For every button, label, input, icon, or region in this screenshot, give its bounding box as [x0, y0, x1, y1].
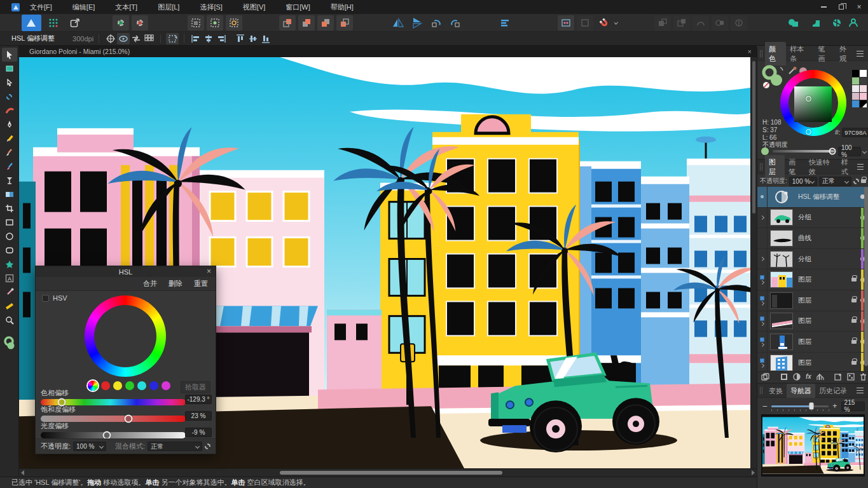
live-filter-icon[interactable]	[816, 373, 824, 381]
fill-tool[interactable]	[2, 173, 17, 187]
menu-view[interactable]: 视图[V]	[233, 0, 275, 14]
pen-tool[interactable]	[2, 118, 17, 132]
menu-layer[interactable]: 图层[L]	[148, 0, 189, 14]
close-button[interactable]: ×	[850, 0, 868, 14]
tab-transform[interactable]: 变换	[765, 384, 787, 398]
color-picker-tool[interactable]	[2, 285, 17, 299]
panel-grip-icon[interactable]	[760, 387, 762, 394]
layer-row[interactable]: 图层	[757, 353, 868, 374]
hsl-blend-dropdown[interactable]: 正常	[148, 442, 202, 451]
cycle-selection-icon[interactable]	[130, 33, 142, 44]
fill-stroke-selector[interactable]	[761, 64, 787, 92]
expand-chevron-icon[interactable]	[760, 363, 764, 368]
rotate-cw-icon[interactable]	[447, 15, 464, 30]
tab-navigator[interactable]: 导航器	[787, 384, 815, 398]
swatch[interactable]	[852, 70, 859, 77]
align-bottom-icon[interactable]	[259, 33, 272, 44]
scroll-right-icon[interactable]	[752, 470, 755, 475]
adjustment-layer-icon[interactable]	[793, 373, 801, 381]
layers-opacity-dropdown[interactable]: 100 %	[789, 177, 817, 186]
rotate-selection-icon[interactable]	[166, 33, 179, 44]
shape-tool[interactable]	[2, 257, 17, 271]
zoom-in-button[interactable]: +	[831, 402, 839, 410]
corner-tool[interactable]	[2, 90, 17, 104]
expand-chevron-icon[interactable]	[760, 257, 764, 261]
menu-text[interactable]: 文本[T]	[105, 0, 148, 14]
boolean-add-icon[interactable]	[785, 15, 802, 30]
new-pixel-layer-icon[interactable]	[847, 373, 855, 381]
panel-menu-icon[interactable]	[857, 390, 864, 391]
layer-lock-icon[interactable]	[851, 299, 857, 302]
align-right-icon[interactable]	[215, 33, 228, 44]
color-opacity-slider[interactable]	[773, 150, 834, 152]
layers-gear-icon[interactable]	[853, 179, 859, 184]
zoom-tool[interactable]	[2, 313, 17, 327]
mask-layer-icon[interactable]	[780, 373, 788, 381]
tab-styles[interactable]: 样式	[837, 155, 858, 179]
align-top-icon[interactable]	[234, 33, 247, 44]
transparency-tool[interactable]	[2, 187, 17, 201]
rectangle-tool[interactable]	[2, 215, 17, 229]
layer-row[interactable]: 图层	[757, 290, 868, 311]
arrange-back-icon[interactable]	[336, 15, 353, 30]
zoom-value[interactable]: 215 %	[841, 402, 865, 411]
square-marker[interactable]	[806, 96, 811, 102]
transform-origin-icon[interactable]	[104, 33, 117, 44]
luminosity-shift-value[interactable]: -9 %	[185, 428, 212, 437]
magnet-snapping-icon[interactable]	[596, 15, 612, 30]
layer-lock-icon[interactable]	[851, 319, 857, 323]
move-tool[interactable]	[2, 48, 17, 62]
swatch[interactable]	[860, 70, 867, 77]
color-opacity-handle[interactable]	[829, 148, 836, 155]
swatch[interactable]	[852, 78, 859, 85]
artboard-tool[interactable]	[2, 62, 17, 76]
edit-all-layers-icon[interactable]	[761, 373, 770, 381]
vector-brush-tool[interactable]	[2, 159, 17, 173]
layer-lock-icon[interactable]	[851, 340, 857, 344]
hsl-gear-icon[interactable]	[205, 444, 210, 449]
hex-input[interactable]: 97C98A	[842, 128, 868, 137]
color-opacity-chevron-icon[interactable]	[862, 149, 867, 153]
layer-row[interactable]: 图层	[757, 311, 868, 332]
flip-vertical-icon[interactable]	[409, 15, 425, 30]
hsv-checkbox[interactable]	[42, 295, 49, 302]
hsl-dialog-titlebar[interactable]: HSL ×	[36, 266, 216, 277]
horizontal-scroll-thumb[interactable]	[280, 471, 502, 475]
layer-row[interactable]: HSL 偏移调整	[757, 187, 868, 208]
contour-tool[interactable]	[2, 104, 17, 118]
arrange-backward-icon[interactable]	[317, 15, 334, 30]
scroll-left-icon[interactable]	[21, 470, 24, 475]
saturation-shift-value[interactable]: 23 %	[185, 411, 212, 421]
swatch[interactable]	[860, 100, 867, 107]
hue-ring-marker[interactable]	[806, 129, 811, 135]
delete-layer-icon[interactable]	[860, 373, 867, 381]
menu-edit[interactable]: 编辑[E]	[62, 0, 105, 14]
document-tab[interactable]: Giordano Poloni - Miami (215.0%)	[29, 48, 130, 55]
tab-brushes[interactable]: 画笔	[785, 155, 805, 179]
expand-chevron-icon[interactable]	[760, 215, 764, 220]
panel-grip-icon[interactable]	[760, 163, 762, 170]
align-center-icon[interactable]	[202, 33, 215, 44]
hsl-merge-button[interactable]: 合并	[143, 279, 157, 288]
paint-brush-tool[interactable]	[2, 146, 17, 159]
text-tool[interactable]: A	[2, 271, 17, 285]
hsl-reset-button[interactable]: 重置	[194, 279, 208, 288]
boolean-subtract-icon[interactable]	[807, 15, 823, 30]
ellipse-tool[interactable]	[2, 229, 17, 243]
expand-chevron-icon[interactable]	[760, 322, 764, 326]
expand-chevron-icon[interactable]	[760, 301, 764, 306]
export-persona-icon[interactable]	[67, 15, 83, 30]
flip-horizontal-icon[interactable]	[390, 15, 406, 30]
pencil-tool[interactable]	[2, 132, 17, 146]
menu-file[interactable]: 文件[F]	[20, 0, 62, 14]
hide-selection-icon[interactable]	[117, 33, 130, 44]
panel-menu-icon[interactable]	[857, 166, 864, 168]
menu-help[interactable]: 帮助[H]	[320, 0, 364, 14]
designer-persona-button[interactable]	[22, 15, 41, 31]
alignment-icon[interactable]	[497, 15, 513, 30]
measure-tool[interactable]	[2, 299, 17, 313]
layers-lock-icon[interactable]	[861, 179, 866, 183]
horizontal-scrollbar[interactable]	[19, 468, 757, 477]
tab-layers[interactable]: 图层	[765, 155, 785, 179]
hsl-delete-button[interactable]: 删除	[169, 279, 183, 288]
